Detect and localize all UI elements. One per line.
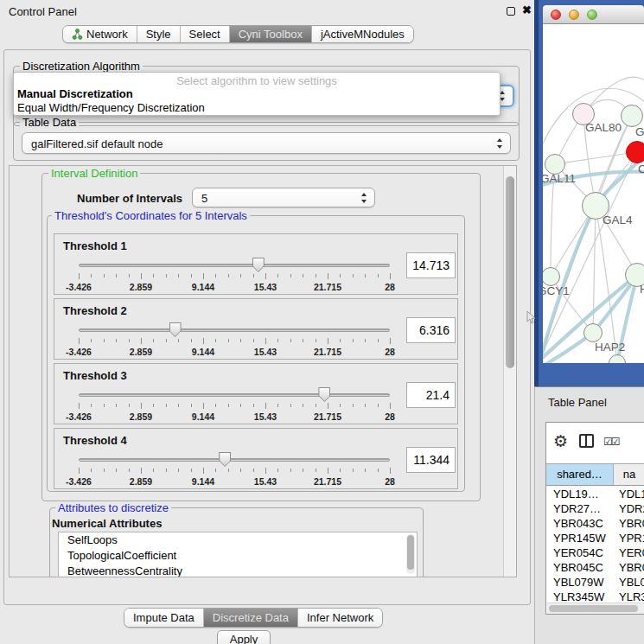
network-node[interactable]	[583, 323, 603, 342]
table-cell: YPR145W	[546, 531, 614, 545]
threshold-3-value-field[interactable]: 21.4	[406, 382, 456, 408]
slider-thumb[interactable]	[219, 452, 231, 467]
slider-tick-label: 28	[385, 282, 395, 292]
slider-thumb[interactable]	[252, 258, 265, 272]
threshold-label: Threshold 1	[63, 239, 127, 252]
tab-jactivemnodules[interactable]: jActiveMNodules	[312, 26, 413, 42]
slider-tick	[240, 469, 241, 472]
tab-impute-data[interactable]: Impute Data	[124, 609, 204, 627]
slider-thumb[interactable]	[318, 387, 330, 402]
list-scrollbar[interactable]	[406, 534, 415, 574]
slider-tick-label: 28	[385, 347, 395, 357]
threshold-2-value-field[interactable]: 6.316	[406, 317, 456, 343]
tab-select[interactable]: Select	[181, 26, 230, 42]
table-cell: YDL19…	[546, 487, 614, 501]
column-header-name[interactable]: na	[614, 464, 644, 485]
threshold-4-slider[interactable]: -3.4262.8599.14415.4321.71528	[79, 451, 390, 488]
table-row[interactable]: YER054CYER0	[546, 545, 644, 560]
slider-track[interactable]	[79, 328, 390, 332]
slider-tick	[129, 274, 130, 277]
slider-tick-label: 15.43	[254, 347, 277, 357]
slider-tick-labels: -3.4262.8599.14415.4321.71528	[79, 282, 390, 292]
column-header-shared[interactable]: shared…	[546, 464, 614, 485]
attribute-item[interactable]: TopologicalCoefficient	[59, 548, 417, 564]
slider-tick	[303, 404, 303, 407]
network-node[interactable]	[626, 141, 644, 163]
threshold-2-slider[interactable]: -3.4262.8599.14415.4321.71528	[79, 322, 390, 358]
attribute-item[interactable]: BetweennessCentrality	[59, 564, 417, 577]
zoom-traffic-light-icon[interactable]	[587, 10, 597, 20]
slider-track[interactable]	[79, 458, 390, 462]
slider-tick	[191, 469, 192, 472]
float-window-icon[interactable]	[507, 7, 515, 16]
table-panel-title: Table Panel	[548, 396, 607, 409]
slider-tick	[290, 274, 291, 277]
slider-tick-label: 9.144	[192, 347, 214, 357]
close-traffic-light-icon[interactable]	[551, 10, 561, 20]
attribute-item[interactable]: SelfLoops	[59, 532, 417, 548]
attributes-group-label: Attributes to discretize	[55, 501, 171, 514]
viewport-scrollbar-thumb[interactable]	[506, 176, 514, 368]
number-of-intervals-combobox[interactable]: 5	[192, 188, 375, 207]
threshold-panel-1: Threshold 1 -3.4262.8599.14415.4321.7152…	[54, 233, 458, 295]
table-row[interactable]: YBL079WYBL0	[546, 575, 644, 590]
checkboxes-icon[interactable]: ☑☑	[603, 436, 619, 448]
tab-network[interactable]: Network	[63, 26, 137, 42]
numerical-attributes-list[interactable]: SelfLoopsTopologicalCoefficientBetweenne…	[58, 532, 418, 577]
network-node-label: GA	[635, 125, 644, 138]
slider-tick	[316, 274, 316, 277]
slider-tick	[104, 469, 105, 472]
threshold-1-value-field[interactable]: 14.713	[406, 252, 456, 278]
threshold-label: Threshold 2	[63, 304, 127, 317]
table-row[interactable]: YPR145WYPR1	[546, 531, 644, 545]
slider-tick	[79, 468, 80, 474]
table-cell: YLR3	[614, 590, 644, 602]
table-hscrollbar[interactable]	[547, 603, 644, 614]
table-data-combobox[interactable]: galFiltered.sif default node	[22, 132, 511, 154]
table-cell: YBL0	[614, 575, 644, 590]
table-row[interactable]: YBR043CYBR0	[546, 516, 644, 531]
gear-icon[interactable]: ⚙	[553, 431, 568, 451]
slider-tick	[353, 339, 354, 342]
slider-track[interactable]	[79, 393, 390, 397]
table-cell: YBR0	[614, 516, 644, 531]
slider-track[interactable]	[79, 264, 390, 267]
slider-tick-label: 21.715	[314, 282, 341, 292]
slider-tick	[378, 339, 379, 342]
network-node[interactable]	[621, 105, 643, 127]
tab-style[interactable]: Style	[137, 26, 181, 42]
table-row[interactable]: YLR345WYLR3	[546, 590, 644, 602]
network-titlebar[interactable]	[543, 5, 644, 24]
network-canvas[interactable]: GAL80GACGAL11GAL4GCY1HHAP2	[543, 24, 644, 363]
tab-discretize-data[interactable]: Discretize Data	[204, 609, 298, 627]
columns-icon[interactable]	[579, 434, 594, 448]
number-of-intervals-value: 5	[201, 191, 207, 204]
slider-tick	[166, 469, 167, 472]
slider-tick	[116, 339, 117, 342]
dropdown-item-equal-width[interactable]: Equal Width/Frequency Discretization	[14, 101, 500, 115]
minimize-traffic-light-icon[interactable]	[569, 10, 579, 20]
mouse-cursor	[526, 311, 536, 324]
table-cell: YER0	[614, 545, 644, 560]
slider-tick-label: 2.859	[130, 282, 152, 292]
table-row[interactable]: YBR045CYBR0	[546, 560, 644, 575]
slider-thumb[interactable]	[169, 322, 182, 337]
slider-tick	[79, 338, 80, 344]
tab-label: Cyni Toolbox	[239, 28, 303, 41]
slider-tick-label: 2.859	[130, 347, 152, 357]
close-window-icon[interactable]: ✖	[522, 3, 532, 16]
dropdown-item-manual[interactable]: Manual Discretization	[14, 87, 500, 101]
table-row[interactable]: YDL19…YDL1	[546, 487, 644, 501]
combo-arrows-icon	[361, 193, 367, 203]
threshold-3-slider[interactable]: -3.4262.8599.14415.4321.71528	[79, 386, 390, 423]
tab-infer-network[interactable]: Infer Network	[298, 609, 382, 627]
viewport-scrollbar-track[interactable]	[503, 166, 516, 577]
table-row[interactable]: YDR27…YDR2	[546, 501, 644, 516]
slider-tick	[240, 404, 241, 407]
tab-cyni-toolbox[interactable]: Cyni Toolbox	[230, 26, 312, 42]
threshold-1-slider[interactable]: -3.4262.8599.14415.4321.71528	[79, 257, 390, 293]
threshold-4-value-field[interactable]: 11.344	[406, 447, 456, 473]
table-panel: Table Panel ⚙ ☑☑ shared… na YDL19…YDL1YD…	[534, 386, 644, 644]
slider-tick	[203, 273, 204, 279]
apply-button[interactable]: Apply	[217, 630, 271, 644]
